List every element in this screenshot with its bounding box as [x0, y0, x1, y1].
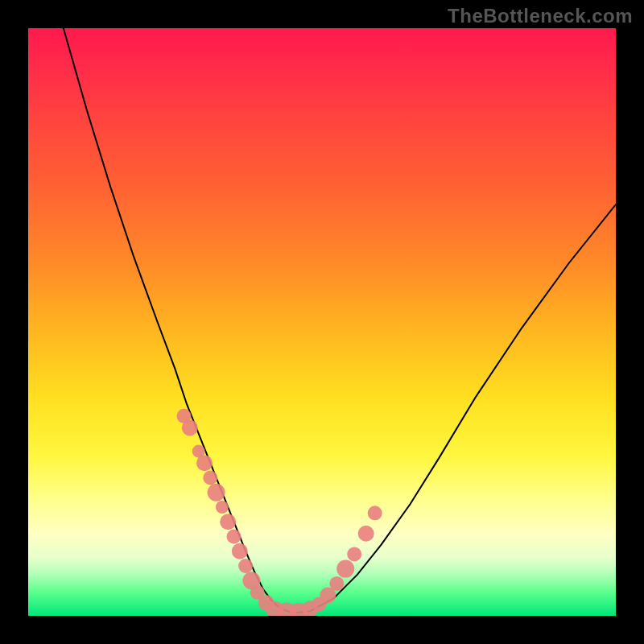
data-point — [220, 514, 236, 530]
data-point — [216, 501, 229, 514]
data-point — [358, 526, 374, 542]
data-point — [336, 560, 354, 578]
data-point — [182, 419, 198, 436]
data-point — [238, 559, 253, 573]
curve-data-points — [177, 409, 382, 616]
data-point — [368, 506, 382, 520]
data-point — [232, 543, 248, 559]
bottleneck-curve-svg — [28, 28, 616, 616]
data-point — [329, 576, 344, 591]
data-point — [347, 547, 361, 561]
data-point — [196, 455, 213, 471]
plot-area — [28, 28, 616, 616]
watermark-text: TheBottleneck.com — [448, 5, 633, 27]
data-point — [227, 530, 242, 544]
data-point — [208, 484, 225, 502]
bottleneck-curve-path — [64, 28, 616, 613]
data-point — [203, 471, 217, 485]
